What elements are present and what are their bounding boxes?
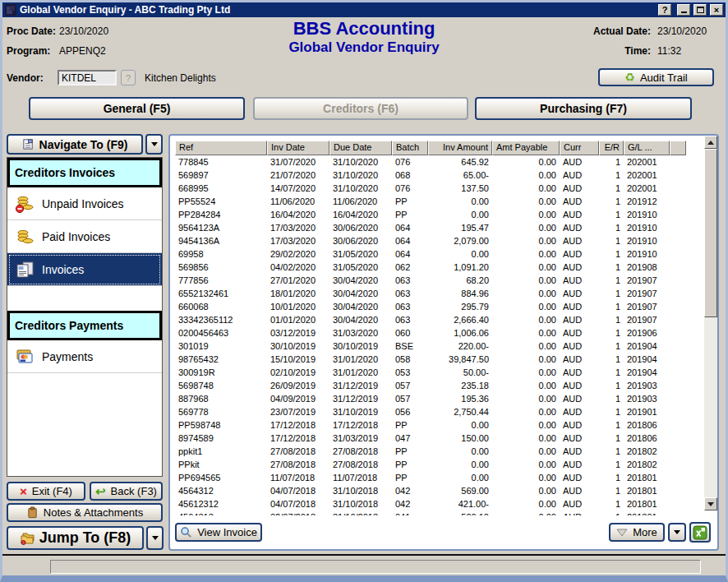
table-row[interactable]: 4561231204/07/201831/10/2018042421.00-0.…	[175, 497, 686, 510]
more-dropdown-button[interactable]	[668, 523, 686, 542]
actual-date-value: 23/10/2020	[657, 21, 715, 41]
column-header-e-r[interactable]: E/R	[599, 141, 624, 155]
cell-inv-amount: 137.50	[428, 182, 492, 195]
tab-general[interactable]: General (F5)	[29, 97, 245, 120]
table-row[interactable]: 300919R02/10/201931/01/202005350.00-0.00…	[175, 366, 686, 379]
more-button[interactable]: More	[609, 523, 665, 542]
table-row[interactable]: 020045646303/12/201931/03/20200601,006.0…	[175, 326, 686, 340]
column-header-g-l-[interactable]: G/L ...	[624, 141, 670, 155]
cell-e-r: 1	[599, 366, 624, 379]
cell-inv-date: 17/03/2020	[267, 221, 329, 234]
cell-g-l-: 201907	[624, 313, 670, 326]
sidebar-item-paid-invoices[interactable]: Paid Invoices	[7, 220, 162, 253]
sidebar-item-label: Invoices	[42, 263, 84, 276]
cell-batch: 063	[392, 274, 428, 287]
table-row[interactable]: 30101930/10/201930/10/2019BSE220.00-0.00…	[175, 340, 686, 353]
table-row[interactable]: 56977823/07/201931/10/20190562,750.440.0…	[175, 405, 686, 418]
audit-trail-button[interactable]: ♻ Audit Trail	[598, 68, 714, 86]
table-row[interactable]: PP69456511/07/201811/07/2018PP0.000.00AU…	[175, 471, 686, 484]
table-row[interactable]: 9454136A17/03/202030/06/20200642,079.000…	[175, 234, 686, 247]
close-button[interactable]: ×	[710, 4, 723, 16]
cell-batch: 064	[392, 234, 428, 247]
exit-button[interactable]: × Exit (F4)	[7, 482, 85, 501]
scroll-up-button[interactable]	[704, 136, 717, 149]
view-invoice-button[interactable]: View Invoice	[175, 523, 262, 542]
vendor-code-input[interactable]	[58, 70, 117, 85]
cell-ref: PPkit	[175, 458, 267, 471]
table-row[interactable]: 66006810/01/202030/04/2020063295.790.00A…	[175, 300, 686, 313]
table-row[interactable]: 56989721/07/202031/10/202006865.00-0.00A…	[175, 169, 686, 182]
table-row[interactable]: 569874826/09/201931/12/2019057235.180.00…	[175, 379, 686, 392]
cell-g-l-: 201901	[624, 405, 670, 418]
header-left: Proc Date:23/10/2020 Program:APPENQ2	[7, 21, 108, 61]
cell-batch: 057	[392, 379, 428, 392]
invoice-panel: RefInv DateDue DateBatchInv AmountAmt Pa…	[168, 134, 719, 551]
cell-due-date: 30/04/2020	[329, 300, 392, 313]
table-row[interactable]: 77785627/01/202030/04/202006368.200.00AU…	[175, 274, 686, 287]
table-row-partial[interactable]: 456431302/07/201831/10/2018041500.100.00…	[175, 510, 686, 515]
tab-purchasing[interactable]: Purchasing (F7)	[475, 97, 692, 120]
cell-due-date: 31/10/2020	[329, 155, 392, 169]
table-row[interactable]: 897458917/12/201831/03/2019047150.000.00…	[175, 432, 686, 445]
column-header-inv-date[interactable]: Inv Date	[267, 141, 329, 155]
column-header-due-date[interactable]: Due Date	[329, 141, 392, 155]
cell-g-l-: 201907	[624, 287, 670, 300]
cell-amt-payable: 0.00	[492, 340, 560, 353]
table-row[interactable]: 655213246118/01/202030/04/2020063884.960…	[175, 287, 686, 300]
cell-inv-date: 04/07/2018	[267, 497, 329, 510]
table-row[interactable]: PP28428416/04/202016/04/2020PP0.000.00AU…	[175, 208, 686, 221]
cell-batch: PP	[392, 208, 428, 221]
cell-curr: AUD	[560, 366, 599, 379]
back-button[interactable]: ↩ Back (F3)	[90, 482, 163, 501]
vendor-lookup-button[interactable]: ?	[121, 70, 136, 85]
navigate-to-dropdown-button[interactable]	[145, 134, 163, 155]
cell-ref: 777856	[175, 274, 267, 287]
sidebar-item-payments[interactable]: Payments	[7, 340, 162, 373]
scrollbar-thumb[interactable]	[704, 149, 717, 317]
sidebar-item-unpaid-invoices[interactable]: Unpaid Invoices	[7, 187, 162, 220]
cell-amt-payable: 0.00	[492, 247, 560, 261]
cell-curr: AUD	[560, 326, 599, 340]
cell-ref: 9564123A	[175, 221, 267, 234]
table-row[interactable]: 6995829/02/202031/05/20200640.000.00AUD1…	[175, 247, 686, 261]
table-row[interactable]: PPkit27/08/201827/08/2018PP0.000.00AUD12…	[175, 458, 686, 471]
cell-amt-payable: 0.00	[492, 510, 560, 515]
help-button[interactable]: ?	[658, 4, 671, 16]
table-row[interactable]: 77884531/07/202031/10/2020076645.920.00A…	[175, 155, 686, 169]
table-row[interactable]: 456431204/07/201831/10/2018042569.000.00…	[175, 484, 686, 497]
cell-due-date: 31/10/2018	[329, 484, 392, 497]
jump-to-dropdown-button[interactable]	[146, 526, 164, 550]
scroll-down-button[interactable]	[704, 497, 717, 510]
cell-e-r: 1	[599, 221, 624, 234]
column-header-amt-payable[interactable]: Amt Payable	[492, 141, 560, 155]
table-row[interactable]: 88796804/09/201931/12/2019057195.360.00A…	[175, 392, 686, 405]
navigate-to-button[interactable]: Navigate To (F9)	[7, 134, 143, 155]
notes-attachments-button[interactable]: Notes & Attachments	[7, 503, 163, 522]
column-header-inv-amount[interactable]: Inv Amount	[428, 141, 492, 155]
table-row[interactable]: PP5552411/06/202011/06/2020PP0.000.00AUD…	[175, 195, 686, 208]
sidebar-item-invoices[interactable]: Invoices	[7, 253, 162, 286]
cell-curr: AUD	[560, 405, 599, 418]
table-row[interactable]: 9564123A17/03/202030/06/2020064195.470.0…	[175, 221, 686, 234]
table-row[interactable]: 66899514/07/202031/10/2020076137.500.00A…	[175, 182, 686, 195]
minimize-button[interactable]	[677, 4, 690, 16]
cell-batch: 063	[392, 287, 428, 300]
cell-g-l-: 201801	[624, 484, 670, 497]
table-scrollbar[interactable]	[704, 136, 717, 510]
cell-inv-amount: 150.00	[428, 432, 492, 445]
table-row[interactable]: 9876543215/10/201931/01/202005839,847.50…	[175, 353, 686, 366]
table-row[interactable]: 3334236511201/01/202030/04/20200632,666.…	[175, 313, 686, 326]
column-header-ref[interactable]: Ref	[175, 141, 267, 155]
time-label: Time:	[624, 45, 651, 57]
cell-batch: 042	[392, 484, 428, 497]
maximize-button[interactable]	[693, 4, 707, 16]
table-row[interactable]: PP59874817/12/201817/12/2018PP0.000.00AU…	[175, 418, 686, 432]
jump-to-button[interactable]: Jump To (F8)	[7, 526, 144, 550]
table-row[interactable]: ppkit127/08/201827/08/2018PP0.000.00AUD1…	[175, 445, 686, 458]
column-header-batch[interactable]: Batch	[392, 141, 428, 155]
column-header-curr[interactable]: Curr	[560, 141, 599, 155]
table-row[interactable]: 56985604/02/202031/05/20200621,091.200.0…	[175, 261, 686, 274]
cell-curr: AUD	[560, 274, 599, 287]
cell-amt-payable: 0.00	[492, 155, 560, 169]
export-excel-button[interactable]	[689, 522, 711, 543]
